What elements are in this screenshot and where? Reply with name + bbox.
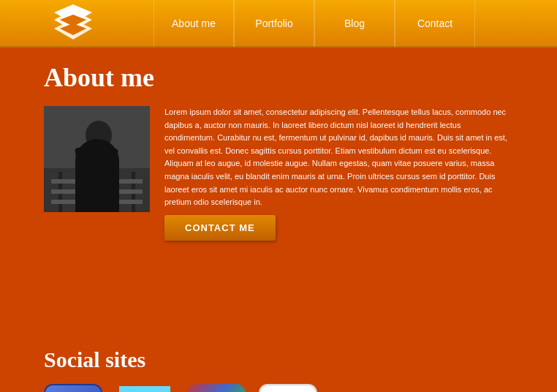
main-content: About me Lo xyxy=(0,48,557,340)
about-text-area: Lorem ipsum dolor sit amet, consectetur … xyxy=(164,106,513,241)
header: About me Portfolio Blog Contact xyxy=(0,0,557,48)
profile-silhouette xyxy=(44,106,150,212)
svg-rect-14 xyxy=(75,146,92,174)
twitter-icon[interactable]: t xyxy=(115,384,174,392)
main-nav: About me Portfolio Blog Contact xyxy=(154,0,475,47)
nav-about[interactable]: About me xyxy=(154,0,234,47)
social-section: Social sites f xyxy=(0,340,557,392)
profile-image xyxy=(44,106,150,212)
svg-rect-22 xyxy=(187,384,246,392)
nav-blog[interactable]: Blog xyxy=(314,0,395,47)
googleplus-icon[interactable]: +1 xyxy=(187,384,246,392)
social-icons-row: f t xyxy=(44,384,513,392)
page-title: About me xyxy=(44,62,513,93)
social-title: Social sites xyxy=(44,347,513,372)
svg-rect-9 xyxy=(51,179,143,184)
svg-rect-15 xyxy=(99,146,119,178)
svg-rect-11 xyxy=(51,200,143,204)
site-logo xyxy=(47,3,99,43)
svg-rect-10 xyxy=(51,189,143,194)
svg-rect-18 xyxy=(45,385,101,392)
about-section: Lorem ipsum dolor sit amet, consectetur … xyxy=(44,106,513,241)
svg-rect-16 xyxy=(86,179,96,212)
svg-rect-13 xyxy=(86,146,112,183)
nav-contact[interactable]: Contact xyxy=(395,0,475,47)
svg-rect-17 xyxy=(98,179,108,212)
about-text: Lorem ipsum dolor sit amet, consectetur … xyxy=(164,106,513,209)
svg-rect-24 xyxy=(260,385,316,392)
logo-area xyxy=(0,0,146,47)
contact-me-button[interactable]: CONTACT ME xyxy=(164,215,276,241)
svg-point-12 xyxy=(86,121,112,150)
nav-portfolio[interactable]: Portfolio xyxy=(234,0,314,47)
youtube-icon[interactable]: You Tube xyxy=(259,384,317,392)
facebook-icon[interactable]: f xyxy=(44,384,102,392)
